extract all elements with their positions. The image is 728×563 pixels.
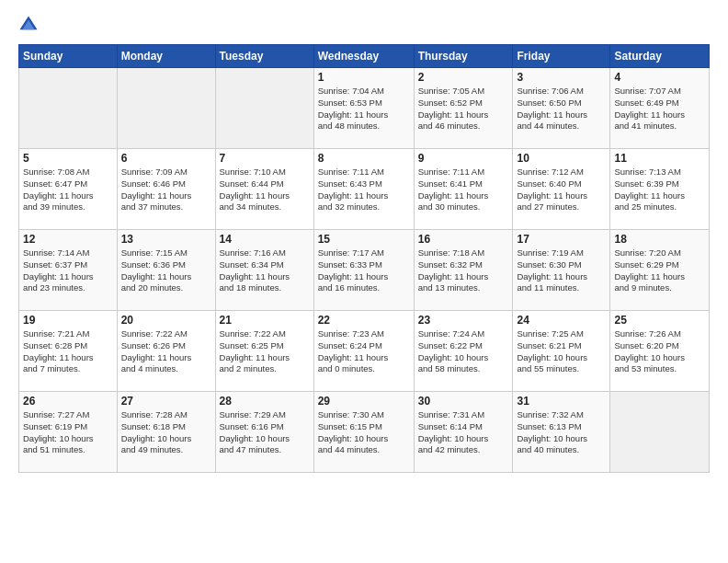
day-number: 6	[121, 152, 211, 165]
calendar-cell: 11Sunrise: 7:13 AMSunset: 6:39 PMDayligh…	[610, 149, 710, 230]
day-info: Sunrise: 7:22 AMSunset: 6:26 PMDaylight:…	[121, 328, 211, 375]
weekday-header-wednesday: Wednesday	[313, 45, 414, 68]
day-info: Sunrise: 7:25 AMSunset: 6:21 PMDaylight:…	[517, 328, 606, 375]
calendar-cell: 1Sunrise: 7:04 AMSunset: 6:53 PMDaylight…	[313, 68, 414, 149]
calendar-cell: 30Sunrise: 7:31 AMSunset: 6:14 PMDayligh…	[414, 392, 513, 473]
day-number: 10	[517, 152, 606, 165]
calendar-cell: 31Sunrise: 7:32 AMSunset: 6:13 PMDayligh…	[513, 392, 610, 473]
day-number: 30	[418, 395, 509, 408]
calendar-cell: 6Sunrise: 7:09 AMSunset: 6:46 PMDaylight…	[117, 149, 215, 230]
day-number: 4	[614, 71, 705, 84]
day-number: 25	[614, 314, 705, 327]
calendar-cell: 15Sunrise: 7:17 AMSunset: 6:33 PMDayligh…	[313, 230, 414, 311]
day-number: 1	[318, 71, 410, 84]
day-number: 8	[318, 152, 410, 165]
weekday-header-friday: Friday	[513, 45, 610, 68]
day-number: 20	[121, 314, 211, 327]
day-info: Sunrise: 7:08 AMSunset: 6:47 PMDaylight:…	[23, 167, 113, 213]
day-info: Sunrise: 7:24 AMSunset: 6:22 PMDaylight:…	[418, 328, 509, 375]
calendar-cell	[19, 68, 118, 149]
weekday-header-saturday: Saturday	[610, 45, 710, 68]
day-info: Sunrise: 7:10 AMSunset: 6:44 PMDaylight:…	[220, 167, 310, 213]
calendar-cell: 8Sunrise: 7:11 AMSunset: 6:43 PMDaylight…	[313, 149, 414, 230]
day-number: 27	[121, 395, 211, 408]
day-info: Sunrise: 7:18 AMSunset: 6:32 PMDaylight:…	[418, 247, 509, 294]
day-info: Sunrise: 7:04 AMSunset: 6:53 PMDaylight:…	[318, 86, 410, 132]
day-number: 2	[418, 71, 509, 84]
day-info: Sunrise: 7:07 AMSunset: 6:49 PMDaylight:…	[614, 86, 705, 132]
day-number: 17	[517, 233, 606, 246]
day-info: Sunrise: 7:26 AMSunset: 6:20 PMDaylight:…	[614, 328, 705, 375]
day-number: 31	[517, 395, 606, 408]
calendar-cell: 29Sunrise: 7:30 AMSunset: 6:15 PMDayligh…	[313, 392, 414, 473]
calendar-cell: 12Sunrise: 7:14 AMSunset: 6:37 PMDayligh…	[19, 230, 118, 311]
day-info: Sunrise: 7:05 AMSunset: 6:52 PMDaylight:…	[418, 86, 509, 132]
calendar-cell	[117, 68, 215, 149]
day-number: 11	[614, 152, 705, 165]
calendar-cell: 2Sunrise: 7:05 AMSunset: 6:52 PMDaylight…	[414, 68, 513, 149]
calendar-cell: 24Sunrise: 7:25 AMSunset: 6:21 PMDayligh…	[513, 311, 610, 392]
calendar-cell: 20Sunrise: 7:22 AMSunset: 6:26 PMDayligh…	[117, 311, 215, 392]
day-info: Sunrise: 7:19 AMSunset: 6:30 PMDaylight:…	[517, 247, 606, 294]
day-info: Sunrise: 7:15 AMSunset: 6:36 PMDaylight:…	[121, 247, 211, 294]
page: SundayMondayTuesdayWednesdayThursdayFrid…	[0, 0, 728, 563]
day-info: Sunrise: 7:23 AMSunset: 6:24 PMDaylight:…	[318, 328, 410, 375]
day-number: 13	[121, 233, 211, 246]
calendar: SundayMondayTuesdayWednesdayThursdayFrid…	[18, 44, 710, 473]
day-info: Sunrise: 7:14 AMSunset: 6:37 PMDaylight:…	[23, 247, 113, 294]
day-number: 19	[23, 314, 113, 327]
calendar-cell: 27Sunrise: 7:28 AMSunset: 6:18 PMDayligh…	[117, 392, 215, 473]
calendar-cell: 18Sunrise: 7:20 AMSunset: 6:29 PMDayligh…	[610, 230, 710, 311]
day-info: Sunrise: 7:13 AMSunset: 6:39 PMDaylight:…	[614, 167, 705, 213]
calendar-cell: 25Sunrise: 7:26 AMSunset: 6:20 PMDayligh…	[610, 311, 710, 392]
day-number: 14	[220, 233, 310, 246]
day-info: Sunrise: 7:27 AMSunset: 6:19 PMDaylight:…	[23, 409, 113, 456]
week-row-5: 26Sunrise: 7:27 AMSunset: 6:19 PMDayligh…	[19, 392, 710, 473]
day-number: 5	[23, 152, 113, 165]
week-row-4: 19Sunrise: 7:21 AMSunset: 6:28 PMDayligh…	[19, 311, 710, 392]
week-row-1: 1Sunrise: 7:04 AMSunset: 6:53 PMDaylight…	[19, 68, 710, 149]
week-row-3: 12Sunrise: 7:14 AMSunset: 6:37 PMDayligh…	[19, 230, 710, 311]
day-info: Sunrise: 7:30 AMSunset: 6:15 PMDaylight:…	[318, 409, 410, 456]
calendar-cell: 7Sunrise: 7:10 AMSunset: 6:44 PMDaylight…	[215, 149, 313, 230]
header	[18, 15, 710, 35]
calendar-cell: 19Sunrise: 7:21 AMSunset: 6:28 PMDayligh…	[19, 311, 118, 392]
day-info: Sunrise: 7:20 AMSunset: 6:29 PMDaylight:…	[614, 247, 705, 294]
calendar-cell: 26Sunrise: 7:27 AMSunset: 6:19 PMDayligh…	[19, 392, 118, 473]
day-number: 9	[418, 152, 509, 165]
day-number: 3	[517, 71, 606, 84]
calendar-cell: 9Sunrise: 7:11 AMSunset: 6:41 PMDaylight…	[414, 149, 513, 230]
calendar-cell: 10Sunrise: 7:12 AMSunset: 6:40 PMDayligh…	[513, 149, 610, 230]
day-info: Sunrise: 7:29 AMSunset: 6:16 PMDaylight:…	[220, 409, 310, 456]
day-info: Sunrise: 7:11 AMSunset: 6:41 PMDaylight:…	[418, 167, 509, 213]
day-number: 7	[220, 152, 310, 165]
calendar-cell	[610, 392, 710, 473]
calendar-cell: 22Sunrise: 7:23 AMSunset: 6:24 PMDayligh…	[313, 311, 414, 392]
day-info: Sunrise: 7:12 AMSunset: 6:40 PMDaylight:…	[517, 167, 606, 213]
calendar-cell: 3Sunrise: 7:06 AMSunset: 6:50 PMDaylight…	[513, 68, 610, 149]
day-number: 21	[220, 314, 310, 327]
day-number: 15	[318, 233, 410, 246]
calendar-cell	[215, 68, 313, 149]
calendar-cell: 5Sunrise: 7:08 AMSunset: 6:47 PMDaylight…	[19, 149, 118, 230]
weekday-header-monday: Monday	[117, 45, 215, 68]
day-number: 16	[418, 233, 509, 246]
logo	[18, 15, 41, 35]
week-row-2: 5Sunrise: 7:08 AMSunset: 6:47 PMDaylight…	[19, 149, 710, 230]
day-info: Sunrise: 7:28 AMSunset: 6:18 PMDaylight:…	[121, 409, 211, 456]
day-info: Sunrise: 7:32 AMSunset: 6:13 PMDaylight:…	[517, 409, 606, 456]
day-number: 28	[220, 395, 310, 408]
calendar-cell: 4Sunrise: 7:07 AMSunset: 6:49 PMDaylight…	[610, 68, 710, 149]
day-number: 26	[23, 395, 113, 408]
day-number: 29	[318, 395, 410, 408]
calendar-cell: 14Sunrise: 7:16 AMSunset: 6:34 PMDayligh…	[215, 230, 313, 311]
calendar-cell: 23Sunrise: 7:24 AMSunset: 6:22 PMDayligh…	[414, 311, 513, 392]
day-number: 18	[614, 233, 705, 246]
day-number: 12	[23, 233, 113, 246]
calendar-cell: 21Sunrise: 7:22 AMSunset: 6:25 PMDayligh…	[215, 311, 313, 392]
calendar-cell: 13Sunrise: 7:15 AMSunset: 6:36 PMDayligh…	[117, 230, 215, 311]
day-number: 23	[418, 314, 509, 327]
day-number: 22	[318, 314, 410, 327]
logo-icon	[18, 15, 39, 35]
calendar-cell: 16Sunrise: 7:18 AMSunset: 6:32 PMDayligh…	[414, 230, 513, 311]
